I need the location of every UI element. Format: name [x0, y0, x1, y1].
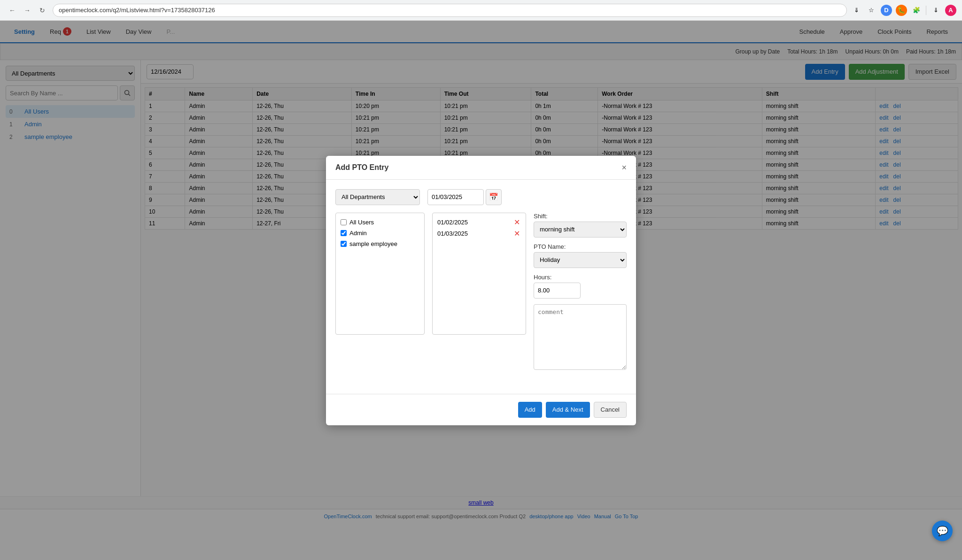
shift-label: Shift:: [534, 213, 627, 220]
date-item-2: 01/03/2025 ✕: [436, 228, 522, 239]
admin-checkbox[interactable]: [341, 230, 347, 236]
user-avatar[interactable]: A: [945, 5, 956, 16]
forward-button[interactable]: →: [21, 4, 34, 17]
pto-name-field-group: PTO Name: Holiday: [534, 243, 627, 268]
browser-actions: ⇓ ☆ D 🐛 🧩 ⇓ A: [851, 5, 956, 16]
date-field-wrap: 📅: [427, 189, 502, 205]
modal-footer: Add Add & Next Cancel: [326, 394, 636, 425]
modal-date-input[interactable]: [427, 189, 484, 205]
modal-dept-select[interactable]: All Departments: [335, 189, 420, 205]
modal-close-button[interactable]: ×: [621, 163, 627, 172]
users-panel: All Users Admin sample employee: [335, 213, 425, 335]
modal-row-2: All Users Admin sample employee 01/02/20…: [335, 213, 627, 377]
hours-field-group: Hours:: [534, 274, 627, 299]
browser-chrome: ← → ↻ opentimeclock.com/q2/mListview.htm…: [0, 0, 962, 21]
date-value-1: 01/02/2025: [437, 219, 468, 226]
address-bar[interactable]: opentimeclock.com/q2/mListview.html?v=17…: [53, 4, 847, 17]
comment-field-group: [534, 304, 627, 371]
chat-bubble[interactable]: 💬: [932, 521, 953, 541]
remove-date-1-button[interactable]: ✕: [513, 219, 521, 226]
user-all-item[interactable]: All Users: [340, 217, 420, 228]
hours-label: Hours:: [534, 274, 627, 281]
modal-overlay[interactable]: Add PTO Entry × All Departments 📅: [0, 21, 962, 560]
extension-puzzle-icon[interactable]: 🧩: [911, 5, 922, 16]
extension-bug-icon[interactable]: 🐛: [896, 5, 907, 16]
url-text: opentimeclock.com/q2/mListview.html?v=17…: [59, 7, 215, 14]
add-pto-modal: Add PTO Entry × All Departments 📅: [326, 156, 636, 425]
right-panel: Shift: morning shift PTO Name: Holiday H…: [534, 213, 627, 377]
dates-panel: 01/02/2025 ✕ 01/03/2025 ✕: [432, 213, 526, 335]
shift-select[interactable]: morning shift: [534, 222, 627, 238]
cancel-button[interactable]: Cancel: [594, 402, 627, 418]
profile-download-icon[interactable]: ⇓: [930, 5, 941, 16]
modal-body: All Departments 📅 All Users: [326, 180, 636, 394]
sample-employee-checkbox[interactable]: [341, 241, 347, 247]
pto-name-label: PTO Name:: [534, 243, 627, 250]
star-icon[interactable]: ☆: [866, 5, 877, 16]
shift-field-group: Shift: morning shift: [534, 213, 627, 238]
user-admin-item[interactable]: Admin: [340, 228, 420, 238]
browser-nav-buttons: ← → ↻: [6, 4, 49, 17]
all-users-label: All Users: [349, 219, 374, 226]
all-users-checkbox[interactable]: [341, 219, 347, 225]
calendar-button[interactable]: 📅: [486, 189, 502, 205]
modal-header: Add PTO Entry ×: [326, 156, 636, 180]
download-icon[interactable]: ⇓: [851, 5, 862, 16]
add-button[interactable]: Add: [518, 402, 542, 418]
remove-date-2-button[interactable]: ✕: [513, 230, 521, 238]
admin-label: Admin: [349, 230, 367, 237]
add-next-button[interactable]: Add & Next: [546, 402, 590, 418]
reload-button[interactable]: ↻: [36, 4, 49, 17]
date-item-1: 01/02/2025 ✕: [436, 217, 522, 228]
sample-employee-label: sample employee: [349, 240, 397, 247]
back-button[interactable]: ←: [6, 4, 19, 17]
modal-row-1: All Departments 📅: [335, 189, 627, 205]
hours-input[interactable]: [534, 283, 581, 299]
comment-textarea[interactable]: [534, 304, 627, 370]
user-sample-item[interactable]: sample employee: [340, 238, 420, 249]
pto-name-select[interactable]: Holiday: [534, 252, 627, 268]
modal-title: Add PTO Entry: [335, 163, 389, 172]
extension-d-icon[interactable]: D: [881, 5, 892, 16]
date-value-2: 01/03/2025: [437, 230, 468, 237]
